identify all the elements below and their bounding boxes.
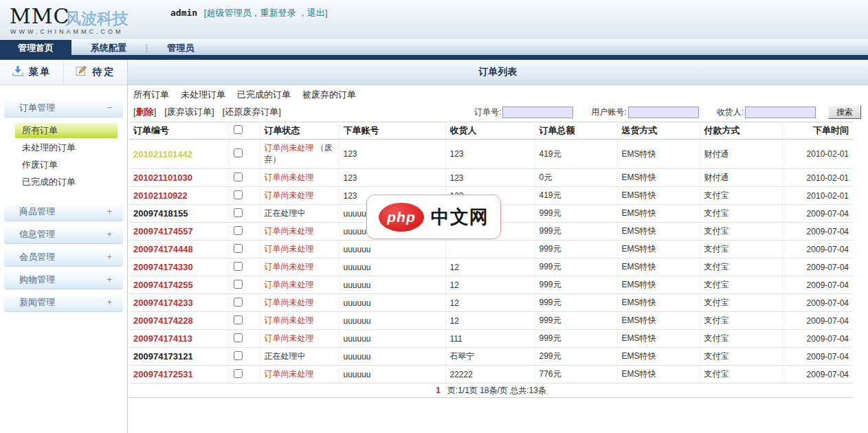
tab-1[interactable]: 管理首页	[0, 40, 71, 55]
row-checkbox[interactable]	[234, 226, 243, 235]
row-checkbox-cell	[229, 187, 260, 205]
order-total-cell: 999元	[535, 205, 617, 223]
action-link[interactable]: [还原废弃订单]	[223, 107, 281, 117]
toolbar-button-1[interactable]: 菜单	[0, 60, 64, 85]
action-link[interactable]: [删除]	[133, 107, 156, 117]
order-id-cell[interactable]: 201021101030	[129, 169, 229, 187]
sidebar-item[interactable]: 作废订单	[15, 157, 118, 173]
sidebar-menu: 订单管理−所有订单未处理的订单作废订单已完成的订单商品管理+信息管理+会员管理+…	[0, 85, 127, 312]
filter-link[interactable]: 所有订单	[133, 89, 169, 100]
order-id-cell[interactable]: 200974174448	[129, 241, 229, 258]
search-field-label-1: 订单号:	[474, 107, 501, 118]
table-header-row: 订单编号订单状态下单账号收货人订单总额送货方式付款方式下单时间	[129, 122, 853, 140]
row-checkbox[interactable]	[234, 244, 243, 253]
row-checkbox[interactable]	[234, 190, 243, 199]
collapse-icon[interactable]: −	[107, 102, 112, 113]
sidebar-item[interactable]: 未处理的订单	[15, 140, 118, 155]
row-checkbox[interactable]	[234, 262, 243, 271]
order-id-cell[interactable]: 200974174330	[129, 258, 229, 276]
order-receiver-cell: 22222	[445, 366, 535, 384]
order-account-cell: 123	[339, 140, 445, 169]
order-filters: 所有订单未处理订单已完成的订单被废弃的订单	[128, 85, 868, 102]
order-receiver-cell: 石翠宁	[445, 348, 535, 366]
order-payment-cell: 支付宝	[700, 330, 782, 348]
order-id-cell[interactable]: 200974174255	[129, 276, 229, 294]
order-payment-cell: 支付宝	[700, 223, 782, 241]
filter-link[interactable]: 被废弃的订单	[302, 89, 356, 100]
row-checkbox[interactable]	[234, 351, 243, 360]
order-payment-cell: 支付宝	[700, 241, 782, 258]
sidebar-group-2[interactable]: 商品管理+	[4, 202, 123, 221]
user-session-links[interactable]: [超级管理员，重新登录 ，退出]	[204, 8, 328, 18]
current-page-number[interactable]: 1	[436, 386, 441, 395]
search-input-2[interactable]	[628, 107, 699, 118]
sidebar-group-1[interactable]: 订单管理−	[4, 98, 123, 118]
sidebar-group-6[interactable]: 新闻管理+	[4, 293, 123, 312]
table-row: 200974174330订单尚未处理uuuuuu12999元EMS特快支付宝20…	[129, 258, 853, 276]
row-checkbox[interactable]	[234, 333, 243, 342]
search-input-1[interactable]	[502, 107, 573, 118]
order-date-cell: 2009-07-04	[782, 276, 853, 294]
order-id-cell[interactable]: 200974173121	[129, 348, 229, 366]
order-id-cell[interactable]: 200974174233	[129, 294, 229, 312]
order-total-cell: 999元	[535, 276, 617, 294]
filter-link[interactable]: 已完成的订单	[237, 89, 291, 100]
sidebar-group-label: 购物管理	[4, 274, 55, 286]
row-checkbox[interactable]	[234, 148, 243, 157]
row-checkbox[interactable]	[234, 173, 243, 181]
order-account-cell: 123	[339, 169, 445, 187]
order-status: 正在处理中	[265, 208, 306, 218]
order-date-cell: 2010-02-01	[782, 169, 853, 187]
column-header: 订单总额	[535, 122, 617, 140]
order-id-cell[interactable]: 200974174228	[129, 312, 229, 330]
expand-icon[interactable]: +	[107, 206, 112, 216]
order-status: 订单尚未处理	[265, 143, 314, 153]
expand-icon[interactable]: +	[107, 297, 112, 307]
filter-link[interactable]: 未处理订单	[181, 89, 225, 100]
order-date-cell: 2009-07-04	[782, 258, 853, 276]
order-account-cell: uuuuuu	[339, 276, 445, 294]
row-checkbox[interactable]	[234, 280, 243, 289]
tab-3[interactable]: 管理员	[148, 40, 213, 55]
sidebar-group-3[interactable]: 信息管理+	[4, 225, 123, 244]
order-status: 订单尚未处理	[265, 190, 314, 200]
sidebar-group-label: 订单管理	[4, 102, 55, 114]
sidebar-group-5[interactable]: 购物管理+	[4, 270, 123, 289]
expand-icon[interactable]: +	[107, 229, 112, 239]
order-date-cell: 2009-07-04	[782, 366, 853, 384]
order-id-cell[interactable]: 201021101442	[129, 140, 229, 169]
row-checkbox-cell	[229, 276, 260, 294]
sidebar-item[interactable]: 所有订单	[15, 123, 118, 138]
order-id-cell[interactable]: 200974174113	[129, 330, 229, 348]
order-id-cell[interactable]: 200974172531	[129, 366, 229, 384]
row-checkbox[interactable]	[234, 298, 243, 307]
order-id-cell[interactable]: 200974174557	[129, 223, 229, 241]
expand-icon[interactable]: +	[107, 274, 112, 285]
content-area: 菜单待定 订单管理−所有订单未处理的订单作废订单已完成的订单商品管理+信息管理+…	[0, 60, 868, 433]
select-all-checkbox[interactable]	[234, 125, 243, 134]
order-status-cell: 订单尚未处理	[260, 312, 339, 330]
sidebar-group-label: 会员管理	[4, 251, 55, 263]
order-date-cell: 2009-07-04	[782, 348, 853, 366]
search-input-3[interactable]	[745, 107, 816, 118]
row-checkbox[interactable]	[234, 315, 243, 324]
row-checkbox-cell	[229, 294, 260, 312]
search-button[interactable]: 搜索	[828, 105, 861, 119]
action-link[interactable]: [废弃该订单]	[164, 107, 214, 117]
toolbar-button-2[interactable]: 待定	[64, 60, 127, 85]
sidebar-item[interactable]: 已完成的订单	[15, 175, 118, 190]
tab-2[interactable]: 系统配置	[71, 40, 146, 55]
pagination: 1页:1/1页 18条/页 总共:13条	[129, 384, 853, 398]
order-account-cell: uuuuuu	[339, 366, 445, 384]
order-shipping-cell: EMS特快	[617, 258, 700, 276]
row-checkbox[interactable]	[234, 208, 243, 217]
order-id-cell[interactable]: 20097418155	[129, 205, 229, 223]
order-payment-cell: 支付宝	[700, 294, 782, 312]
sidebar-group-4[interactable]: 会员管理+	[4, 247, 123, 267]
order-status-cell: 订单尚未处理	[260, 258, 339, 276]
order-payment-cell: 财付通	[700, 140, 782, 169]
expand-icon[interactable]: +	[107, 252, 112, 262]
order-receiver-cell	[445, 241, 535, 258]
row-checkbox[interactable]	[234, 369, 243, 378]
order-id-cell[interactable]: 20102110922	[129, 187, 229, 205]
